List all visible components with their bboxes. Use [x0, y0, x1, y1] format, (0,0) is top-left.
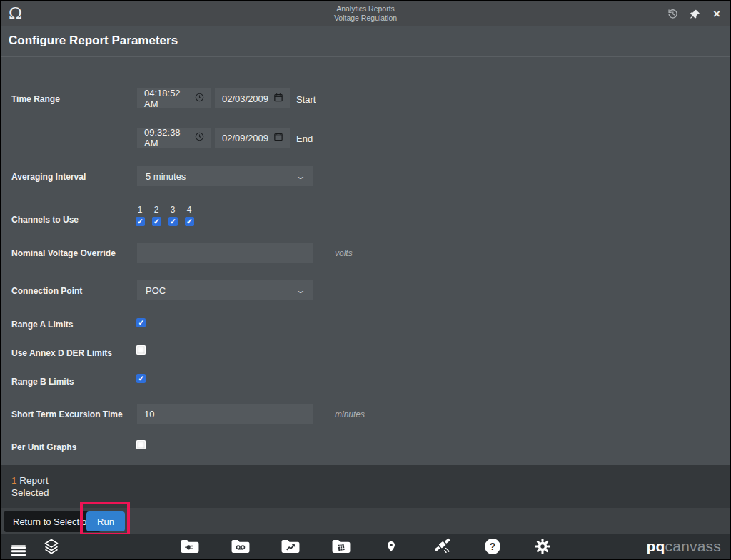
- range-b-checkbox[interactable]: [136, 374, 146, 383]
- folder-recordings-icon[interactable]: [231, 539, 251, 554]
- connection-point-label: Connection Point: [11, 286, 82, 296]
- close-icon[interactable]: ×: [710, 7, 724, 21]
- page-title: Configure Report Parameters: [9, 34, 178, 48]
- pin-icon[interactable]: [687, 7, 702, 21]
- end-date-input[interactable]: 02/09/2009: [215, 128, 290, 148]
- minutes-unit: minutes: [335, 409, 365, 419]
- title-line-1: Analytics Reports: [1, 4, 730, 14]
- channel-3-cell: 3: [168, 205, 178, 226]
- averaging-interval-select[interactable]: 5 minutes ⌄: [137, 166, 313, 186]
- action-bar: Return to Selection Run: [1, 508, 730, 535]
- nominal-voltage-input[interactable]: [137, 243, 313, 263]
- annex-d-label: Use Annex D DER Limits: [11, 348, 112, 358]
- report-count-line: 1 Report: [11, 475, 49, 486]
- settings-gear-icon[interactable]: [535, 538, 551, 554]
- start-caption: Start: [296, 94, 316, 105]
- folder-reports-icon[interactable]: [332, 539, 351, 554]
- start-date-input[interactable]: 02/03/2009: [215, 88, 290, 108]
- clock-icon: [195, 132, 204, 143]
- annex-d-checkbox[interactable]: [136, 345, 146, 355]
- page-heading-bar: Configure Report Parameters: [1, 26, 730, 57]
- channels-label: Channels to Use: [11, 215, 79, 225]
- menu-icon[interactable]: [11, 544, 26, 549]
- per-unit-checkbox[interactable]: [136, 440, 146, 449]
- channel-4-cell: 4: [184, 205, 194, 226]
- folder-meters-icon[interactable]: [181, 539, 200, 554]
- selection-summary: 1 Report Selected: [1, 465, 730, 508]
- title-line-2: Voltage Regulation: [1, 14, 730, 23]
- excursion-input[interactable]: 10: [137, 404, 313, 424]
- nominal-voltage-label: Nominal Voltage Override: [11, 248, 116, 258]
- channel-4-checkbox[interactable]: [185, 217, 194, 226]
- channel-1-cell: 1: [135, 205, 145, 226]
- history-icon[interactable]: [665, 7, 680, 21]
- end-caption: End: [296, 133, 313, 144]
- channels-group: 1 2 3 4: [135, 205, 194, 226]
- selected-label: Selected: [11, 487, 49, 498]
- channel-2-cell: 2: [151, 205, 161, 226]
- pqcanvass-logo: pqcanvass: [646, 538, 721, 555]
- averaging-interval-label: Averaging Interval: [11, 172, 86, 182]
- chevron-down-icon: ⌄: [295, 171, 306, 181]
- help-icon[interactable]: ?: [485, 539, 500, 554]
- channel-3-checkbox[interactable]: [168, 217, 178, 226]
- chevron-down-icon: ⌄: [295, 285, 306, 295]
- volts-unit: volts: [335, 248, 353, 258]
- top-bar: Ω Analytics Reports Voltage Regulation ×: [1, 1, 730, 26]
- excursion-label: Short Term Excursion Time: [11, 409, 123, 419]
- clock-icon: [195, 93, 204, 104]
- folder-trends-icon[interactable]: [281, 539, 301, 554]
- run-button[interactable]: Run: [86, 511, 125, 531]
- connection-point-select[interactable]: POC ⌄: [137, 280, 313, 300]
- app-window: Ω Analytics Reports Voltage Regulation ×: [1, 1, 730, 559]
- range-a-label: Range A Limits: [11, 320, 73, 330]
- topbar-actions: ×: [665, 1, 724, 26]
- layers-icon[interactable]: [43, 538, 60, 555]
- time-range-label: Time Range: [11, 94, 60, 104]
- channel-1-checkbox[interactable]: [136, 217, 145, 226]
- range-a-checkbox[interactable]: [136, 318, 146, 327]
- start-time-input[interactable]: 04:18:52 AM: [137, 88, 211, 108]
- report-count: 1: [11, 475, 17, 486]
- location-pin-icon[interactable]: [385, 539, 397, 554]
- bottom-toolbar: ? pqcanvass: [1, 534, 730, 559]
- range-b-label: Range B Limits: [11, 377, 74, 387]
- satellite-icon[interactable]: [433, 537, 453, 555]
- per-unit-label: Per Unit Graphs: [11, 442, 76, 452]
- window-title: Analytics Reports Voltage Regulation: [1, 4, 730, 23]
- channel-2-checkbox[interactable]: [152, 217, 161, 226]
- calendar-icon: [274, 93, 283, 104]
- end-time-input[interactable]: 09:32:38 AM: [137, 128, 211, 148]
- calendar-icon: [274, 132, 283, 143]
